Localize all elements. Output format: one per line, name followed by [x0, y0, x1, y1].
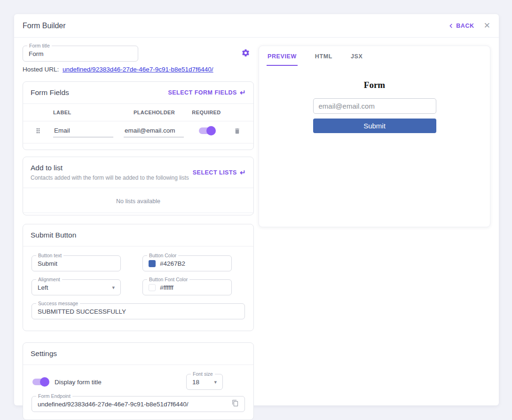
chevron-down-icon: ▾	[112, 285, 115, 291]
button-color-input[interactable]	[160, 260, 226, 267]
button-font-color-swatch[interactable]	[149, 284, 156, 291]
return-arrow-icon: ↵	[240, 88, 246, 97]
preview-form: Form Submit	[313, 80, 436, 133]
hosted-url-link[interactable]: undefined/92383d46-27de-46e7-9c91-b8e51d…	[63, 66, 213, 73]
tab-preview[interactable]: PREVIEW	[267, 46, 298, 66]
settings-gear-icon[interactable]	[241, 48, 250, 59]
window-header: Form Builder BACK ✕	[14, 14, 499, 38]
field-placeholder-input[interactable]	[125, 127, 183, 134]
add-to-list-title: Add to list	[31, 164, 189, 172]
form-builder-window: Form Builder BACK ✕ Form title	[14, 14, 499, 405]
settings-card: Settings Display form title Font size 18…	[23, 342, 254, 420]
chevron-left-icon	[448, 23, 454, 29]
button-text-field[interactable]: Button text	[32, 255, 121, 271]
back-label: BACK	[456, 23, 474, 29]
builder-column: Form title Hosted URL: undefined/92383d4…	[23, 46, 254, 420]
button-font-color-field[interactable]: Button Font Color	[142, 279, 232, 295]
select-lists-button[interactable]: SELECT LISTS ↵	[193, 168, 246, 177]
preview-panel: PREVIEW HTML JSX Form Submit	[259, 46, 490, 227]
page-title: Form Builder	[23, 22, 66, 30]
field-label-input[interactable]	[54, 127, 112, 134]
preview-email-input[interactable]	[313, 98, 436, 114]
submit-button-title: Submit Button	[31, 231, 76, 239]
font-size-select[interactable]: Font size 18 ▾	[186, 374, 223, 390]
preview-tabs: PREVIEW HTML JSX	[267, 46, 482, 66]
back-button[interactable]: BACK	[448, 23, 474, 29]
form-field-row	[23, 121, 253, 143]
font-size-label: Font size	[191, 371, 215, 377]
display-form-title-toggle[interactable]	[32, 379, 48, 385]
alignment-label: Alignment	[36, 277, 62, 282]
preview-form-title: Form	[313, 80, 436, 90]
hosted-url-label: Hosted URL:	[23, 66, 59, 73]
form-endpoint-input[interactable]	[38, 401, 228, 408]
settings-title: Settings	[31, 349, 57, 358]
button-color-field[interactable]: Button Color	[142, 255, 232, 271]
button-color-swatch[interactable]	[149, 260, 156, 267]
column-label: LABEL	[53, 110, 124, 115]
button-color-label: Button Color	[147, 253, 178, 258]
button-text-input[interactable]	[38, 260, 115, 267]
button-text-label: Button text	[36, 253, 63, 258]
preview-submit-button[interactable]: Submit	[313, 119, 436, 133]
alignment-select[interactable]: Alignment Left ▾	[32, 279, 121, 295]
form-fields-card: Form Fields SELECT FORM FIELDS ↵ LABEL P…	[23, 81, 254, 150]
column-required: REQUIRED	[185, 110, 228, 115]
form-fields-title: Form Fields	[31, 88, 69, 97]
submit-button-card: Submit Button Button text Button Color	[23, 224, 254, 331]
display-form-title-label: Display form title	[55, 379, 102, 386]
success-message-field[interactable]: Success message	[32, 303, 245, 319]
form-endpoint-field[interactable]: Form Endpoint	[32, 396, 245, 412]
required-toggle[interactable]	[199, 127, 214, 134]
select-form-fields-label: SELECT FORM FIELDS	[168, 89, 237, 96]
close-icon[interactable]: ✕	[484, 22, 490, 30]
button-font-color-label: Button Font Color	[147, 277, 189, 282]
drag-handle-icon[interactable]	[34, 127, 42, 136]
tab-html[interactable]: HTML	[314, 46, 333, 66]
alignment-value: Left	[38, 284, 48, 291]
success-message-label: Success message	[36, 301, 80, 306]
add-to-list-subtitle: Contacts added with the form will be add…	[31, 174, 189, 181]
select-lists-label: SELECT LISTS	[193, 169, 237, 176]
copy-icon[interactable]	[232, 399, 239, 409]
form-title-field[interactable]: Form title	[23, 46, 138, 62]
no-lists-message: No lists available	[23, 198, 253, 213]
chevron-down-icon: ▾	[214, 379, 217, 385]
delete-field-icon[interactable]	[234, 127, 241, 137]
return-arrow-icon: ↵	[240, 168, 246, 177]
tab-jsx[interactable]: JSX	[350, 46, 363, 66]
form-title-label: Form title	[27, 43, 52, 48]
success-message-input[interactable]	[38, 308, 239, 315]
hosted-url-row: Hosted URL: undefined/92383d46-27de-46e7…	[23, 66, 254, 73]
add-to-list-card: Add to list Contacts added with the form…	[23, 157, 254, 215]
select-form-fields-button[interactable]: SELECT FORM FIELDS ↵	[168, 88, 246, 97]
form-fields-table-header: LABEL PLACEHOLDER REQUIRED	[23, 104, 253, 121]
button-font-color-input[interactable]	[160, 284, 226, 291]
font-size-value: 18	[192, 379, 199, 386]
form-endpoint-label: Form Endpoint	[36, 393, 72, 399]
column-placeholder: PLACEHOLDER	[124, 110, 185, 115]
form-title-input[interactable]	[29, 50, 132, 57]
